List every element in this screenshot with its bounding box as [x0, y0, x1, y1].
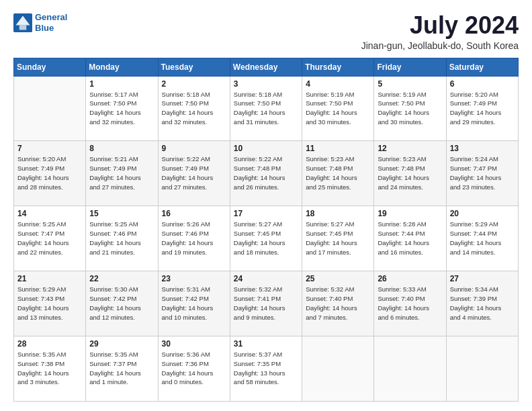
- calendar-cell: 31Sunrise: 5:37 AMSunset: 7:35 PMDayligh…: [230, 336, 302, 402]
- day-info: Sunrise: 5:25 AMSunset: 7:46 PMDaylight:…: [89, 220, 154, 257]
- day-info: Sunrise: 5:19 AMSunset: 7:50 PMDaylight:…: [378, 90, 442, 127]
- calendar-row-2: 7Sunrise: 5:20 AMSunset: 7:49 PMDaylight…: [14, 141, 519, 206]
- day-info: Sunrise: 5:23 AMSunset: 7:48 PMDaylight:…: [378, 154, 442, 191]
- calendar-cell: 19Sunrise: 5:28 AMSunset: 7:44 PMDayligh…: [374, 206, 446, 271]
- day-number: 24: [234, 274, 298, 283]
- day-info: Sunrise: 5:17 AMSunset: 7:50 PMDaylight:…: [89, 90, 154, 127]
- day-number: 13: [450, 144, 515, 153]
- calendar-cell: [374, 336, 446, 402]
- calendar-cell: 26Sunrise: 5:33 AMSunset: 7:40 PMDayligh…: [374, 271, 446, 336]
- day-info: Sunrise: 5:21 AMSunset: 7:49 PMDaylight:…: [89, 154, 154, 191]
- day-number: 10: [234, 144, 298, 153]
- calendar-cell: 1Sunrise: 5:17 AMSunset: 7:50 PMDaylight…: [86, 76, 158, 141]
- day-info: Sunrise: 5:18 AMSunset: 7:50 PMDaylight:…: [234, 90, 298, 127]
- calendar-cell: 17Sunrise: 5:27 AMSunset: 7:45 PMDayligh…: [230, 206, 302, 271]
- calendar-cell: 15Sunrise: 5:25 AMSunset: 7:46 PMDayligh…: [86, 206, 158, 271]
- calendar-cell: 9Sunrise: 5:22 AMSunset: 7:49 PMDaylight…: [158, 141, 230, 206]
- header-monday: Monday: [86, 58, 158, 76]
- calendar-cell: 2Sunrise: 5:18 AMSunset: 7:50 PMDaylight…: [158, 76, 230, 141]
- day-number: 8: [89, 144, 154, 153]
- calendar-cell: [302, 336, 374, 402]
- calendar-cell: [14, 76, 86, 141]
- calendar-cell: 27Sunrise: 5:34 AMSunset: 7:39 PMDayligh…: [446, 271, 518, 336]
- location-title: Jinan-gun, Jeollabuk-do, South Korea: [361, 40, 519, 51]
- calendar-cell: 8Sunrise: 5:21 AMSunset: 7:49 PMDaylight…: [86, 141, 158, 206]
- day-info: Sunrise: 5:22 AMSunset: 7:48 PMDaylight:…: [234, 154, 298, 191]
- day-number: 7: [17, 144, 82, 153]
- day-number: 25: [306, 274, 370, 283]
- day-info: Sunrise: 5:23 AMSunset: 7:48 PMDaylight:…: [306, 154, 370, 191]
- calendar-cell: 14Sunrise: 5:25 AMSunset: 7:47 PMDayligh…: [14, 206, 86, 271]
- calendar-row-4: 21Sunrise: 5:29 AMSunset: 7:43 PMDayligh…: [14, 271, 519, 336]
- day-info: Sunrise: 5:20 AMSunset: 7:49 PMDaylight:…: [17, 154, 82, 191]
- day-info: Sunrise: 5:28 AMSunset: 7:44 PMDaylight:…: [378, 220, 442, 257]
- day-number: 23: [162, 274, 226, 283]
- calendar-cell: 10Sunrise: 5:22 AMSunset: 7:48 PMDayligh…: [230, 141, 302, 206]
- calendar-cell: 18Sunrise: 5:27 AMSunset: 7:45 PMDayligh…: [302, 206, 374, 271]
- day-number: 30: [162, 339, 226, 349]
- day-number: 20: [450, 209, 515, 218]
- header-saturday: Saturday: [446, 58, 518, 76]
- day-info: Sunrise: 5:31 AMSunset: 7:42 PMDaylight:…: [162, 285, 226, 322]
- day-info: Sunrise: 5:36 AMSunset: 7:36 PMDaylight:…: [162, 350, 226, 387]
- day-info: Sunrise: 5:27 AMSunset: 7:45 PMDaylight:…: [234, 220, 298, 257]
- day-number: 31: [234, 339, 298, 349]
- day-number: 16: [162, 209, 226, 218]
- calendar-cell: 11Sunrise: 5:23 AMSunset: 7:48 PMDayligh…: [302, 141, 374, 206]
- page: General Blue July 2024 Jinan-gun, Jeolla…: [0, 0, 532, 411]
- day-info: Sunrise: 5:32 AMSunset: 7:41 PMDaylight:…: [234, 285, 298, 322]
- calendar-cell: 29Sunrise: 5:35 AMSunset: 7:37 PMDayligh…: [86, 336, 158, 402]
- calendar-cell: 4Sunrise: 5:19 AMSunset: 7:50 PMDaylight…: [302, 76, 374, 141]
- day-number: 28: [17, 339, 82, 349]
- calendar-cell: 7Sunrise: 5:20 AMSunset: 7:49 PMDaylight…: [14, 141, 86, 206]
- day-number: 15: [89, 209, 154, 218]
- day-info: Sunrise: 5:33 AMSunset: 7:40 PMDaylight:…: [378, 285, 442, 322]
- calendar-cell: 21Sunrise: 5:29 AMSunset: 7:43 PMDayligh…: [14, 271, 86, 336]
- day-info: Sunrise: 5:22 AMSunset: 7:49 PMDaylight:…: [162, 154, 226, 191]
- day-info: Sunrise: 5:34 AMSunset: 7:39 PMDaylight:…: [450, 285, 515, 322]
- header-thursday: Thursday: [302, 58, 374, 76]
- day-number: 14: [17, 209, 82, 218]
- day-number: 17: [234, 209, 298, 218]
- calendar-cell: 23Sunrise: 5:31 AMSunset: 7:42 PMDayligh…: [158, 271, 230, 336]
- day-number: 3: [234, 79, 298, 89]
- day-number: 21: [17, 274, 82, 283]
- day-info: Sunrise: 5:35 AMSunset: 7:37 PMDaylight:…: [89, 350, 154, 387]
- header: General Blue July 2024 Jinan-gun, Jeolla…: [13, 12, 519, 51]
- month-title: July 2024: [361, 12, 519, 39]
- day-info: Sunrise: 5:27 AMSunset: 7:45 PMDaylight:…: [306, 220, 370, 257]
- day-info: Sunrise: 5:18 AMSunset: 7:50 PMDaylight:…: [162, 90, 226, 127]
- calendar-cell: 13Sunrise: 5:24 AMSunset: 7:47 PMDayligh…: [446, 141, 518, 206]
- day-number: 22: [89, 274, 154, 283]
- day-info: Sunrise: 5:29 AMSunset: 7:44 PMDaylight:…: [450, 220, 515, 257]
- logo-text: General Blue: [35, 12, 67, 33]
- title-block: July 2024 Jinan-gun, Jeollabuk-do, South…: [361, 12, 519, 51]
- day-info: Sunrise: 5:20 AMSunset: 7:49 PMDaylight:…: [450, 90, 515, 127]
- day-number: 26: [378, 274, 442, 283]
- day-number: 9: [162, 144, 226, 153]
- day-number: 4: [306, 79, 370, 89]
- calendar-row-5: 28Sunrise: 5:35 AMSunset: 7:38 PMDayligh…: [14, 336, 519, 402]
- day-number: 12: [378, 144, 442, 153]
- day-number: 5: [378, 79, 442, 89]
- calendar-cell: 24Sunrise: 5:32 AMSunset: 7:41 PMDayligh…: [230, 271, 302, 336]
- day-info: Sunrise: 5:37 AMSunset: 7:35 PMDaylight:…: [234, 350, 298, 387]
- day-number: 6: [450, 79, 515, 89]
- calendar-cell: 6Sunrise: 5:20 AMSunset: 7:49 PMDaylight…: [446, 76, 518, 141]
- calendar-cell: 22Sunrise: 5:30 AMSunset: 7:42 PMDayligh…: [86, 271, 158, 336]
- calendar-cell: 3Sunrise: 5:18 AMSunset: 7:50 PMDaylight…: [230, 76, 302, 141]
- day-info: Sunrise: 5:29 AMSunset: 7:43 PMDaylight:…: [17, 285, 82, 322]
- day-number: 27: [450, 274, 515, 283]
- calendar-cell: 30Sunrise: 5:36 AMSunset: 7:36 PMDayligh…: [158, 336, 230, 402]
- day-info: Sunrise: 5:25 AMSunset: 7:47 PMDaylight:…: [17, 220, 82, 257]
- day-info: Sunrise: 5:30 AMSunset: 7:42 PMDaylight:…: [89, 285, 154, 322]
- calendar-row-3: 14Sunrise: 5:25 AMSunset: 7:47 PMDayligh…: [14, 206, 519, 271]
- calendar-cell: [446, 336, 518, 402]
- day-number: 11: [306, 144, 370, 153]
- weekday-header-row: Sunday Monday Tuesday Wednesday Thursday…: [14, 58, 519, 76]
- day-info: Sunrise: 5:35 AMSunset: 7:38 PMDaylight:…: [17, 350, 82, 387]
- day-number: 29: [89, 339, 154, 349]
- day-info: Sunrise: 5:24 AMSunset: 7:47 PMDaylight:…: [450, 154, 515, 191]
- header-friday: Friday: [374, 58, 446, 76]
- day-number: 2: [162, 79, 226, 89]
